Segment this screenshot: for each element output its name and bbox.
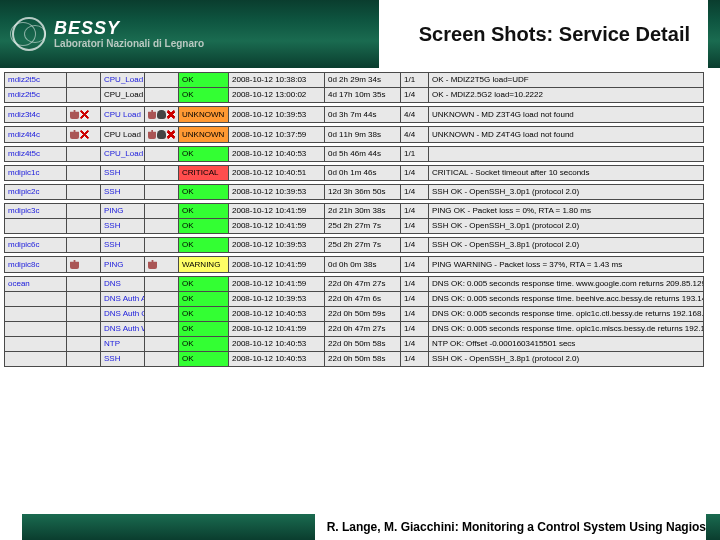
host-cell: ocean (5, 277, 67, 292)
timestamp-cell: 2008-10-12 10:38:03 (229, 73, 325, 88)
table-row: mdipic2cSSHOK2008-10-12 10:39:5312d 3h 3… (5, 185, 704, 200)
host-link[interactable]: mdipic2c (8, 187, 40, 196)
host-cell: mdiz4t5c (5, 147, 67, 162)
status-cell: OK (179, 307, 229, 322)
service-link[interactable]: CPU Load (104, 110, 141, 119)
attempts-cell: 1/4 (401, 277, 429, 292)
host-link[interactable]: mdipic6c (8, 240, 40, 249)
service-link[interactable]: PING (104, 260, 124, 269)
host-link[interactable]: mdipic8c (8, 260, 40, 269)
service-icons (145, 337, 179, 352)
host-cell (5, 352, 67, 367)
puzzle-icon (148, 260, 157, 269)
puzzle-icon (148, 110, 156, 119)
host-cell: mdipic8c (5, 257, 67, 273)
host-link[interactable]: mdipic3c (8, 206, 40, 215)
service-link[interactable]: SSH (104, 354, 120, 363)
host-cell (5, 337, 67, 352)
attempts-cell: 1/4 (401, 322, 429, 337)
host-icons (67, 292, 101, 307)
footer-text: R. Lange, M. Giacchini: Monitoring a Con… (315, 514, 706, 540)
host-link[interactable]: ocean (8, 279, 30, 288)
attempts-cell: 1/4 (401, 166, 429, 181)
status-cell: OK (179, 322, 229, 337)
attempts-cell: 1/4 (401, 204, 429, 219)
service-icons (145, 292, 179, 307)
service-link[interactable]: SSH (104, 187, 120, 196)
table-row: mdiz2t5cCPU_LoadOK2008-10-12 10:38:030d … (5, 73, 704, 88)
host-icons (67, 257, 101, 273)
host-cell: mdiz3t4c (5, 107, 67, 123)
timestamp-cell: 2008-10-12 10:39:53 (229, 292, 325, 307)
host-link[interactable]: mdipic1c (8, 168, 40, 177)
table-row: SSHOK2008-10-12 10:41:5925d 2h 27m 7s1/4… (5, 219, 704, 234)
host-icons (67, 166, 101, 181)
status-info-cell: PING WARNING - Packet loss = 37%, RTA = … (429, 257, 704, 273)
status-info-cell: UNKNOWN - MD Z3T4G load not found (429, 107, 704, 123)
duration-cell: 25d 2h 27m 7s (325, 238, 401, 253)
host-link[interactable]: mdiz3t4c (8, 110, 40, 119)
host-link[interactable]: mdiz4t4c (8, 130, 40, 139)
timestamp-cell: 2008-10-12 10:39:53 (229, 238, 325, 253)
table-row: oceanDNSOK2008-10-12 10:41:5922d 0h 47m … (5, 277, 704, 292)
table-row: DNS Auth WLSOK2008-10-12 10:41:5922d 0h … (5, 322, 704, 337)
table-row: mdipic1cSSHCRITICAL2008-10-12 10:40:510d… (5, 166, 704, 181)
service-icons (145, 107, 179, 123)
service-table: mdiz2t5cCPU_LoadOK2008-10-12 10:38:030d … (0, 68, 720, 371)
host-icons (67, 204, 101, 219)
service-link[interactable]: SSH (104, 221, 120, 230)
x-icon (167, 130, 175, 139)
status-info-cell: DNS OK: 0.005 seconds response time. opi… (429, 322, 704, 337)
attempts-cell: 4/4 (401, 127, 429, 143)
service-link[interactable]: DNS Auth CTL (104, 309, 145, 318)
service-link[interactable]: PING (104, 206, 124, 215)
host-cell: mdipic3c (5, 204, 67, 219)
service-link[interactable]: DNS Auth WLS (104, 324, 145, 333)
status-info-cell: SSH OK - OpenSSH_3.0p1 (protocol 2.0) (429, 219, 704, 234)
status-info-cell: DNS OK: 0.005 seconds response time. opi… (429, 307, 704, 322)
service-link[interactable]: DNS Auth ACC (104, 294, 145, 303)
duration-cell: 0d 2h 29m 34s (325, 73, 401, 88)
host-link[interactable]: mdiz2t5c (8, 75, 40, 84)
service-icons (145, 73, 179, 88)
host-cell (5, 292, 67, 307)
service-link[interactable]: CPU_Load (104, 149, 143, 158)
duration-cell: 0d 0h 0m 38s (325, 257, 401, 273)
table-row: DNS Auth CTLOK2008-10-12 10:40:5322d 0h … (5, 307, 704, 322)
host-link[interactable]: mdiz4t5c (8, 149, 40, 158)
service-link[interactable]: NTP (104, 339, 120, 348)
duration-cell: 0d 3h 7m 44s (325, 107, 401, 123)
status-info-cell: SSH OK - OpenSSH_3.0p1 (protocol 2.0) (429, 185, 704, 200)
service-icons (145, 185, 179, 200)
host-icons (67, 322, 101, 337)
status-info-cell: SSH OK - OpenSSH_3.8p1 (protocol 2.0) (429, 352, 704, 367)
host-cell (5, 219, 67, 234)
status-cell: OK (179, 337, 229, 352)
service-link[interactable]: SSH (104, 168, 120, 177)
service-cell: CPU Load (101, 127, 145, 143)
service-icons (145, 88, 179, 103)
duration-cell: 22d 0h 50m 59s (325, 307, 401, 322)
service-cell: SSH (101, 219, 145, 234)
host-icons (67, 147, 101, 162)
duration-cell: 0d 0h 1m 46s (325, 166, 401, 181)
service-cell: SSH (101, 238, 145, 253)
service-link[interactable]: SSH (104, 240, 120, 249)
host-link[interactable]: mdiz2t5c (8, 90, 40, 99)
status-cell: OK (179, 88, 229, 103)
service-cell: CPU_Load (101, 73, 145, 88)
host-cell: mdipic6c (5, 238, 67, 253)
table-row: mdipic3cPINGOK2008-10-12 10:41:592d 21h … (5, 204, 704, 219)
timestamp-cell: 2008-10-12 10:41:59 (229, 322, 325, 337)
table-row: mdipic6cSSHOK2008-10-12 10:39:5325d 2h 2… (5, 238, 704, 253)
status-cell: OK (179, 292, 229, 307)
service-link[interactable]: DNS (104, 279, 121, 288)
service-icons (145, 238, 179, 253)
attempts-cell: 1/4 (401, 307, 429, 322)
table-row: mdiz4t5cCPU_LoadOK2008-10-12 10:40:530d … (5, 147, 704, 162)
status-cell: OK (179, 73, 229, 88)
person-icon (157, 110, 165, 119)
attempts-cell: 1/4 (401, 238, 429, 253)
service-link[interactable]: CPU_Load (104, 75, 143, 84)
service-cell: DNS Auth CTL (101, 307, 145, 322)
